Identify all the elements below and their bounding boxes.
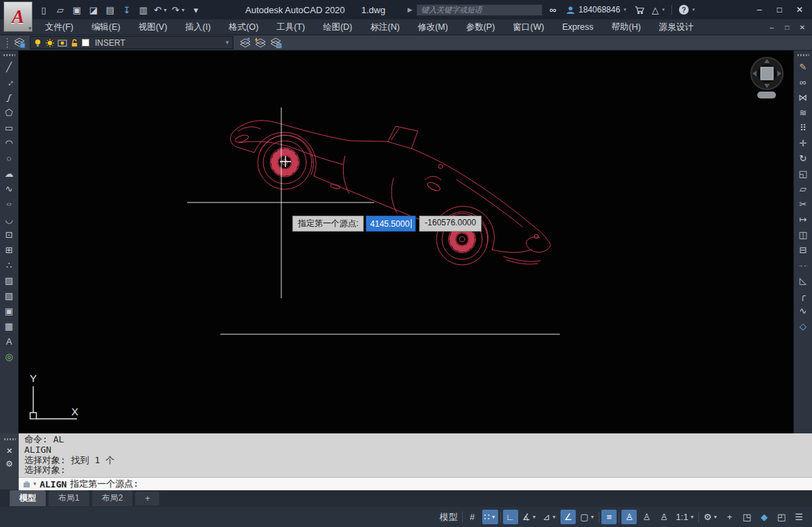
trim-tool[interactable]: ✂ — [796, 197, 811, 211]
gradient-tool[interactable]: ▧ — [2, 288, 17, 302]
help-icon[interactable]: ? — [679, 5, 689, 15]
spline-tool[interactable]: ∿ — [2, 182, 17, 196]
insert-block-tool[interactable]: ⊡ — [2, 227, 17, 241]
menu-draw[interactable]: 绘图(D) — [314, 19, 361, 35]
tab-layout2[interactable]: 布局2 — [92, 490, 133, 506]
table-tool[interactable]: ▦ — [2, 319, 17, 333]
menu-yuanquan-design[interactable]: 源泉设计 — [650, 19, 703, 35]
grid-icon[interactable]: # — [465, 510, 480, 524]
search-input[interactable] — [416, 4, 542, 16]
doc-minimize-button[interactable]: – — [768, 24, 776, 31]
undo-button[interactable]: ↶▼ — [154, 3, 168, 17]
scale-tool[interactable]: ◱ — [796, 166, 811, 180]
erase-tool[interactable]: ✎ — [796, 60, 811, 74]
menu-file[interactable]: 文件(F) — [36, 19, 82, 35]
annotation-scale-icon[interactable]: ♙ — [656, 510, 671, 524]
isodraft-icon[interactable]: ⊿▼ — [540, 510, 558, 524]
workspace-gear-icon[interactable]: ⚙▼ — [701, 510, 720, 524]
extend-tool[interactable]: ↦ — [796, 212, 811, 226]
minimize-button[interactable]: – — [755, 5, 764, 15]
polygon-tool[interactable]: ⬠ — [2, 105, 17, 119]
doc-restore-button[interactable]: □ — [783, 24, 791, 31]
user-caret-icon[interactable]: ▾ — [624, 7, 626, 12]
otrack-icon[interactable]: ∠ — [561, 510, 576, 524]
previous-layer-icon[interactable] — [253, 36, 268, 50]
menu-express[interactable]: Express — [553, 19, 602, 35]
chevron-down-icon[interactable]: ▼ — [224, 40, 230, 46]
ellipse-arc-tool[interactable]: ◡ — [2, 212, 17, 226]
move-tool[interactable]: ✛ — [796, 136, 811, 150]
command-options-icon[interactable]: ▼ — [23, 481, 36, 488]
polyline-tool[interactable]: ∫ — [0, 88, 18, 106]
redo-button[interactable]: ↷▼ — [172, 3, 186, 17]
transfer-button[interactable]: ↧ — [121, 3, 133, 17]
dynamic-input-x-field[interactable]: 4145.5000 — [366, 216, 416, 232]
layer-dropdown[interactable]: INSERT ▼ — [30, 36, 233, 49]
graphics-performance-icon[interactable]: ◆ — [757, 510, 772, 524]
close-button[interactable]: ✕ — [795, 5, 804, 15]
isolate-objects-icon[interactable]: ◳ — [739, 510, 754, 524]
fillet-tool[interactable]: ╭ — [796, 288, 811, 302]
snap-mode-icon[interactable]: ∷▼ — [482, 510, 498, 524]
break-at-point-tool[interactable]: ◫ — [796, 227, 811, 241]
menu-view[interactable]: 视图(V) — [130, 19, 177, 35]
tab-model[interactable]: 模型 — [10, 490, 46, 506]
tab-layout1[interactable]: 布局1 — [48, 490, 89, 506]
annotation-scale-value[interactable]: 1:1▼ — [673, 510, 696, 524]
drawing-canvas[interactable]: 指定第一个源点: 4145.5000 -160576.0000 — [19, 51, 793, 433]
osnap-icon[interactable]: ▢▼ — [578, 510, 597, 524]
command-panel-grip[interactable] — [3, 438, 16, 441]
cart-icon[interactable] — [635, 6, 645, 15]
qat-customize-button[interactable]: ▾ — [190, 3, 202, 17]
clean-screen-icon[interactable]: ◰ — [774, 510, 789, 524]
make-layer-current-icon[interactable] — [238, 36, 253, 50]
menu-insert[interactable]: 插入(I) — [176, 19, 220, 35]
polar-tracking-icon[interactable]: ∡▼ — [520, 510, 539, 524]
hatch-tool[interactable]: ▨ — [2, 273, 17, 287]
annotation-visibility-icon[interactable]: ♙ — [621, 510, 637, 524]
customize-icon[interactable]: ☰ — [791, 510, 806, 524]
autocad-logo-button[interactable]: A ▾ — [3, 1, 33, 32]
view-navigation-wheel[interactable] — [746, 55, 789, 102]
help-caret-icon[interactable]: ▾ — [692, 7, 695, 12]
region-tool[interactable]: ▣ — [2, 304, 17, 318]
new-layout-button[interactable]: + — [135, 492, 159, 506]
menu-dimension[interactable]: 标注(N) — [362, 19, 409, 35]
ellipse-tool[interactable]: ○ — [2, 200, 17, 208]
menu-tools[interactable]: 工具(T) — [267, 19, 314, 35]
dynamic-input-y-field[interactable]: -160576.0000 — [419, 216, 482, 232]
maximize-button[interactable]: □ — [775, 5, 784, 15]
a360-caret-icon[interactable]: ▾ — [662, 7, 665, 12]
open-file-button[interactable]: ▱ — [54, 3, 67, 17]
rectangle-tool[interactable]: ▭ — [2, 121, 17, 135]
rotate-tool[interactable]: ↻ — [796, 151, 811, 165]
copy-tool[interactable]: ∞ — [796, 75, 811, 89]
command-input-line[interactable]: ▼ ALIGN 指定第一个源点: — [19, 477, 812, 490]
save-as-button[interactable]: ◪ — [87, 3, 100, 17]
menu-help[interactable]: 帮助(H) — [603, 19, 650, 35]
offset-tool[interactable]: ≋ — [796, 105, 811, 119]
layer-properties-icon[interactable] — [12, 36, 27, 50]
a360-icon[interactable]: △ — [652, 5, 659, 15]
ortho-icon[interactable]: ∟ — [503, 510, 518, 524]
print-button[interactable]: ▥ — [137, 3, 150, 17]
plot-button[interactable]: ▤ — [104, 3, 116, 17]
menu-modify[interactable]: 修改(M) — [409, 19, 457, 35]
mtext-tool[interactable]: A — [2, 334, 17, 348]
save-button[interactable]: ▣ — [71, 3, 83, 17]
mirror-tool[interactable]: ⋈ — [796, 90, 811, 104]
search-binoculars-icon[interactable]: ∞ — [549, 4, 556, 15]
menu-edit[interactable]: 编辑(E) — [82, 19, 130, 35]
lineweight-icon[interactable]: ≡ — [601, 510, 617, 524]
menu-format[interactable]: 格式(O) — [220, 19, 267, 35]
annotation-autoscale-icon[interactable]: ♙ — [639, 510, 654, 524]
crosshair-icon[interactable]: + — [722, 510, 737, 524]
make-block-tool[interactable]: ⊞ — [2, 243, 17, 257]
add-selected-tool[interactable]: ◎ — [2, 349, 17, 363]
search-collapse-icon[interactable]: ▶ — [407, 6, 412, 13]
doc-close-button[interactable]: ✕ — [798, 24, 806, 31]
array-tool[interactable]: ⠿ — [796, 121, 811, 135]
explode-tool[interactable]: ◇ — [796, 319, 811, 333]
construction-line-tool[interactable]: ↔ — [0, 72, 19, 92]
navigation-bar-pill[interactable] — [757, 92, 776, 98]
